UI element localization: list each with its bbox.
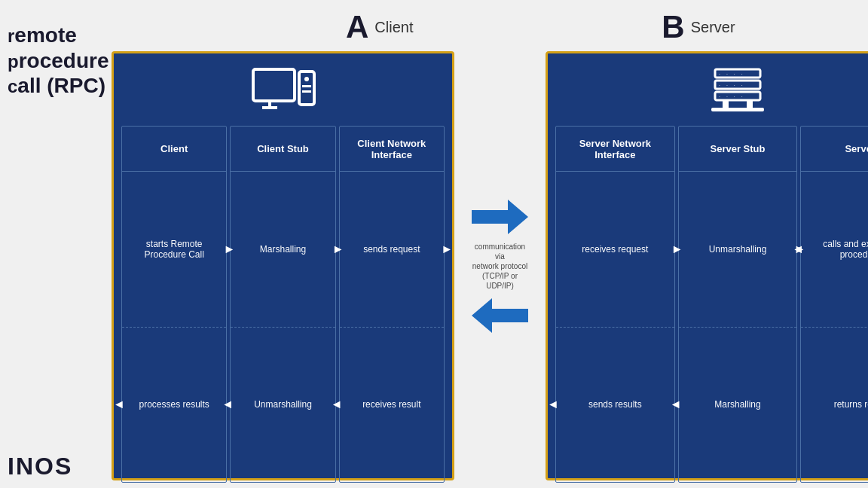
server-stub-col-body: Unmarshalling ► Marshalling ◄ bbox=[679, 172, 797, 482]
client-stub-col: Client Stub Marshalling ► Unmarshalling … bbox=[230, 126, 335, 483]
computer-icon bbox=[249, 66, 317, 118]
server-executes-procedure: calls and executes procedure ◄ bbox=[801, 172, 868, 328]
label-a-letter: A bbox=[346, 9, 368, 45]
svg-text:· · · ·: · · · · bbox=[719, 94, 745, 99]
svg-text:· · · ·: · · · · bbox=[719, 72, 745, 77]
server-box: · · · · · · · · · · · · Server Network I… bbox=[546, 51, 868, 480]
server-col: Server calls and executes procedure ◄ re… bbox=[800, 126, 868, 483]
svg-rect-1 bbox=[268, 101, 271, 107]
label-b-letter: B bbox=[662, 9, 684, 45]
server-stub-col: Server Stub Unmarshalling ► Marshalling … bbox=[678, 126, 798, 483]
client-stub-unmarshalling: Unmarshalling ◄ bbox=[231, 328, 335, 483]
svg-rect-16 bbox=[747, 100, 753, 108]
svg-rect-3 bbox=[299, 72, 314, 105]
server-col-header: Server bbox=[801, 127, 868, 172]
svg-marker-8 bbox=[472, 298, 528, 333]
client-receives-result: receives result ◄ bbox=[340, 328, 444, 483]
client-stub-col-body: Marshalling ► Unmarshalling ◄ bbox=[231, 172, 335, 482]
client-col-body: starts Remote Procedure Call ► processes… bbox=[122, 172, 226, 482]
client-col-header: Client bbox=[122, 127, 226, 172]
client-stub-marshalling: Marshalling ► bbox=[231, 172, 335, 328]
client-starts-call: starts Remote Procedure Call ► bbox=[122, 172, 226, 328]
sidebar-title: remote procedure call (RPC) bbox=[8, 23, 112, 99]
label-b-text: Server bbox=[691, 19, 735, 36]
svg-rect-6 bbox=[302, 90, 311, 93]
server-columns-area: Server Network Interface receives reques… bbox=[548, 126, 868, 483]
client-col: Client starts Remote Procedure Call ► pr… bbox=[121, 126, 227, 483]
server-stub-unmarshalling: Unmarshalling ► bbox=[679, 172, 797, 328]
client-stub-col-header: Client Stub bbox=[231, 127, 335, 172]
server-stub-col-header: Server Stub bbox=[679, 127, 797, 172]
svg-rect-15 bbox=[723, 100, 729, 108]
sidebar: remote procedure call (RPC) INOS bbox=[0, 0, 112, 488]
svg-rect-2 bbox=[262, 106, 277, 109]
svg-text:· · · ·: · · · · bbox=[719, 83, 745, 88]
server-rack-icon: · · · · · · · · · · · · bbox=[704, 66, 772, 118]
sidebar-logo: INOS bbox=[8, 453, 72, 480]
server-sends-results: sends results ◄ bbox=[556, 328, 674, 483]
server-network-col-body: receives request ► sends results ◄ bbox=[556, 172, 674, 482]
label-a-text: Client bbox=[374, 19, 413, 36]
server-receives-request: receives request ► bbox=[556, 172, 674, 328]
client-sends-request: sends request ► bbox=[340, 172, 444, 328]
client-processes-results: processes results ◄ bbox=[122, 328, 226, 483]
client-network-col-header: Client Network Interface bbox=[340, 127, 444, 172]
server-network-col: Server Network Interface receives reques… bbox=[555, 126, 675, 483]
server-network-col-header: Server Network Interface bbox=[556, 127, 674, 172]
main-content: A Client B Server bbox=[112, 0, 868, 488]
svg-point-4 bbox=[304, 77, 309, 81]
client-columns-area: Client starts Remote Procedure Call ► pr… bbox=[114, 126, 452, 483]
client-network-col: Client Network Interface sends request ►… bbox=[339, 126, 445, 483]
svg-marker-7 bbox=[472, 200, 528, 234]
section-b-label: B Server bbox=[662, 9, 868, 45]
diagrams-row: Client starts Remote Procedure Call ► pr… bbox=[112, 51, 868, 488]
server-icon-area: · · · · · · · · · · · · bbox=[548, 53, 868, 126]
svg-rect-5 bbox=[302, 85, 311, 87]
svg-rect-0 bbox=[253, 69, 295, 101]
client-network-col-body: sends request ► receives result ◄ bbox=[340, 172, 444, 482]
client-icon-area bbox=[114, 53, 452, 126]
network-area: communicationvianetwork protocol(TCP/IP … bbox=[468, 51, 532, 480]
client-box: Client starts Remote Procedure Call ► pr… bbox=[112, 51, 454, 480]
server-returns-result: returns result ► bbox=[801, 328, 868, 483]
server-stub-marshalling: Marshalling ◄ bbox=[679, 328, 797, 483]
svg-rect-17 bbox=[711, 108, 764, 111]
network-arrow-left bbox=[472, 298, 528, 333]
network-label: communicationvianetwork protocol(TCP/IP … bbox=[472, 242, 527, 291]
network-arrow-right bbox=[472, 200, 528, 234]
labels-row: A Client B Server bbox=[112, 0, 868, 51]
server-col-body: calls and executes procedure ◄ returns r… bbox=[801, 172, 868, 482]
section-a-label: A Client bbox=[346, 9, 552, 45]
